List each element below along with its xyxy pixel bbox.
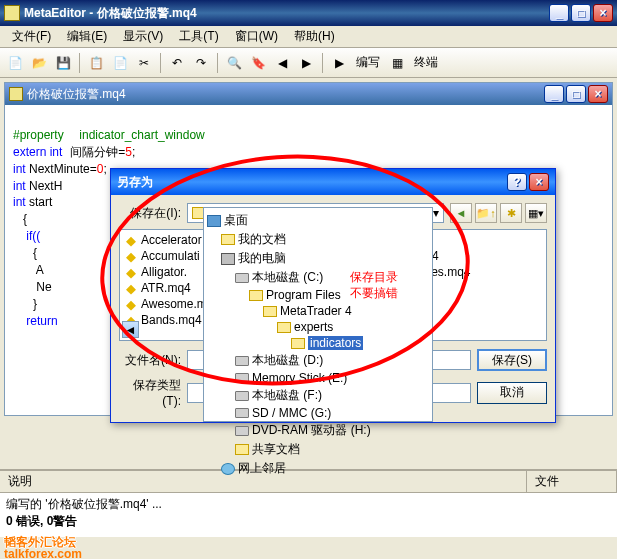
tree-item-icon xyxy=(263,306,277,317)
tree-item-label: experts xyxy=(294,320,333,334)
filetype-label: 保存类型(T): xyxy=(119,377,181,408)
menu-view[interactable]: 显示(V) xyxy=(115,26,171,47)
save-button[interactable]: 💾 xyxy=(52,52,74,74)
tree-item[interactable]: MetaTrader 4 xyxy=(207,303,429,319)
tree-item[interactable]: 网上邻居 xyxy=(207,459,429,478)
tree-item[interactable]: experts xyxy=(207,319,429,335)
mq4-file-icon: ◆ xyxy=(124,265,138,279)
tree-item[interactable]: 我的文档 xyxy=(207,230,429,249)
dialog-title: 另存为 xyxy=(117,174,507,191)
close-button[interactable]: × xyxy=(593,4,613,22)
scroll-left-button[interactable]: ◄ xyxy=(122,321,139,338)
compile-label[interactable]: 编写 xyxy=(352,54,384,71)
paste-button[interactable]: 📄 xyxy=(109,52,131,74)
mq4-file-icon: ◆ xyxy=(124,297,138,311)
tree-item-label: DVD-RAM 驱动器 (H:) xyxy=(252,422,371,439)
new-folder-button[interactable]: ✱ xyxy=(500,203,522,223)
main-titlebar: MetaEditor - 价格破位报警.mq4 _ □ × xyxy=(0,0,617,26)
cancel-button-dialog[interactable]: 取消 xyxy=(477,382,547,404)
tree-item[interactable]: 本地磁盘 (D:) xyxy=(207,351,429,370)
tree-item[interactable]: 桌面 xyxy=(207,211,429,230)
app-icon xyxy=(4,5,20,21)
tree-item-icon xyxy=(235,356,249,366)
terminal-label[interactable]: 终端 xyxy=(410,54,442,71)
tree-item-label: MetaTrader 4 xyxy=(280,304,352,318)
location-tree-dropdown[interactable]: 桌面我的文档我的电脑本地磁盘 (C:)Program FilesMetaTrad… xyxy=(203,207,433,422)
tree-item[interactable]: 我的电脑 xyxy=(207,249,429,268)
minimize-button[interactable]: _ xyxy=(549,4,569,22)
dialog-help-button[interactable]: ? xyxy=(507,173,527,191)
menu-help[interactable]: 帮助(H) xyxy=(286,26,343,47)
file-item-label: Alligator. xyxy=(141,265,187,279)
tree-item-label: 本地磁盘 (D:) xyxy=(252,352,323,369)
output-summary: 0 错误, 0警告 xyxy=(6,513,611,530)
tree-item[interactable]: 共享文档 xyxy=(207,440,429,459)
mq4-file-icon: ◆ xyxy=(124,233,138,247)
terminal-icon[interactable]: ▦ xyxy=(386,52,408,74)
menu-edit[interactable]: 编辑(E) xyxy=(59,26,115,47)
tree-item[interactable]: 本地磁盘 (C:) xyxy=(207,268,429,287)
undo-button[interactable]: ↶ xyxy=(166,52,188,74)
prev-bookmark-button[interactable]: ◀ xyxy=(271,52,293,74)
file-item-label: Accumulati xyxy=(141,249,200,263)
redo-button[interactable]: ↷ xyxy=(190,52,212,74)
tree-item[interactable]: SD / MMC (G:) xyxy=(207,405,429,421)
view-mode-button[interactable]: ▦▾ xyxy=(525,203,547,223)
maximize-button[interactable]: □ xyxy=(571,4,591,22)
tree-item-label: 共享文档 xyxy=(252,441,300,458)
mq4-file-icon: ◆ xyxy=(124,249,138,263)
next-bookmark-button[interactable]: ▶ xyxy=(295,52,317,74)
new-file-button[interactable]: 📄 xyxy=(4,52,26,74)
bookmark-button[interactable]: 🔖 xyxy=(247,52,269,74)
tree-item-label: 桌面 xyxy=(224,212,248,229)
tree-item[interactable]: Memory Stick (E:) xyxy=(207,370,429,386)
toolbar: 📄 📂 💾 📋 📄 ✂ ↶ ↷ 🔍 🔖 ◀ ▶ ▶ 编写 ▦ 终端 xyxy=(0,48,617,78)
output-panel: 说明 文件 编写的 '价格破位报警.mq4' ... 0 错误, 0警告 xyxy=(0,469,617,537)
tree-item-label: Program Files xyxy=(266,288,341,302)
tree-item[interactable]: Program Files xyxy=(207,287,429,303)
dialog-close-button[interactable]: × xyxy=(529,173,549,191)
tree-item-label: 我的电脑 xyxy=(238,250,286,267)
tree-item-icon xyxy=(221,253,235,265)
tree-item-icon xyxy=(235,444,249,455)
tree-item-icon xyxy=(235,426,249,436)
tree-item-icon xyxy=(249,290,263,301)
menu-file[interactable]: 文件(F) xyxy=(4,26,59,47)
tree-item-label: SD / MMC (G:) xyxy=(252,406,331,420)
save-button-dialog[interactable]: 保存(S) xyxy=(477,349,547,371)
find-button[interactable]: 🔍 xyxy=(223,52,245,74)
tree-item-label: Memory Stick (E:) xyxy=(252,371,347,385)
editor-close-button[interactable]: × xyxy=(588,85,608,103)
up-button[interactable]: 📁↑ xyxy=(475,203,497,223)
tree-item-icon xyxy=(235,391,249,401)
tree-item-icon xyxy=(235,373,249,383)
watermark: 韬客外汇论坛 talkforex.com xyxy=(4,537,82,559)
save-in-label: 保存在(I): xyxy=(119,205,181,222)
cut-button[interactable]: ✂ xyxy=(133,52,155,74)
tree-item[interactable]: 本地磁盘 (F:) xyxy=(207,386,429,405)
mq4-file-icon: ◆ xyxy=(124,281,138,295)
compile-icon[interactable]: ▶ xyxy=(328,52,350,74)
tree-item[interactable]: indicators xyxy=(207,335,429,351)
app-title: MetaEditor - 价格破位报警.mq4 xyxy=(24,5,549,22)
menubar: 文件(F) 编辑(E) 显示(V) 工具(T) 窗口(W) 帮助(H) xyxy=(0,26,617,48)
output-line: 编写的 '价格破位报警.mq4' ... xyxy=(6,496,611,513)
tree-item-icon xyxy=(207,215,221,227)
tree-item-icon xyxy=(235,273,249,283)
tree-item[interactable]: DVD-RAM 驱动器 (H:) xyxy=(207,421,429,440)
menu-tools[interactable]: 工具(T) xyxy=(171,26,226,47)
open-file-button[interactable]: 📂 xyxy=(28,52,50,74)
dropdown-arrow-icon: ▾ xyxy=(433,206,439,220)
editor-minimize-button[interactable]: _ xyxy=(544,85,564,103)
filename-label: 文件名(N): xyxy=(119,352,181,369)
file-item-label: ATR.mq4 xyxy=(141,281,191,295)
output-col-file[interactable]: 文件 xyxy=(527,471,617,492)
back-button[interactable]: ◄ xyxy=(450,203,472,223)
editor-maximize-button[interactable]: □ xyxy=(566,85,586,103)
tree-item-label: 我的文档 xyxy=(238,231,286,248)
file-item-label: Bands.mq4 xyxy=(141,313,202,327)
menu-window[interactable]: 窗口(W) xyxy=(227,26,286,47)
file-icon xyxy=(9,87,23,101)
editor-titlebar: 价格破位报警.mq4 _ □ × xyxy=(5,83,612,105)
copy-button[interactable]: 📋 xyxy=(85,52,107,74)
